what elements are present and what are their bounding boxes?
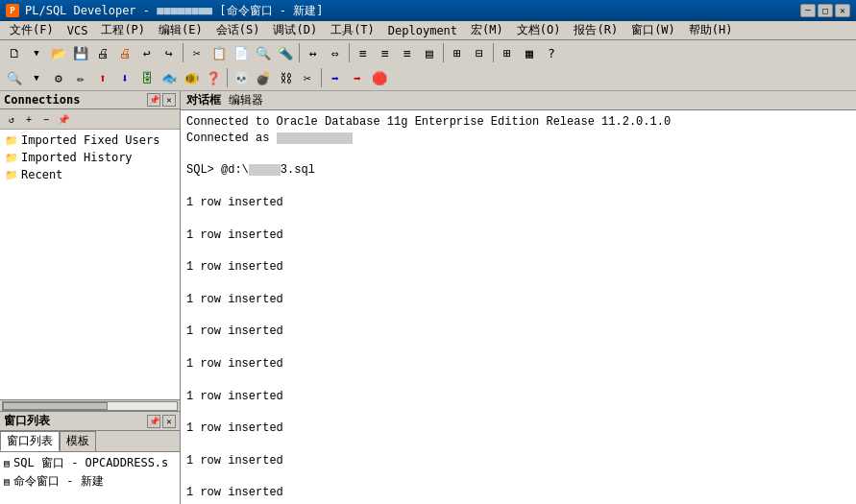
editor-line-10 — [186, 276, 850, 292]
tb-move[interactable]: ↔ — [303, 42, 324, 63]
scrollbar-thumb[interactable] — [3, 402, 108, 410]
tb-print2[interactable]: 🖨 — [114, 42, 135, 63]
horizontal-scrollbar[interactable] — [0, 399, 180, 411]
window-item-sql[interactable]: ▤ SQL 窗口 - OPCADDRESS.s — [2, 454, 178, 472]
close-button[interactable]: ✕ — [835, 4, 850, 17]
tb-grid[interactable]: ⊞ — [497, 42, 518, 63]
tb-dropdown2[interactable]: ▼ — [26, 67, 47, 88]
tb-open[interactable]: 📂 — [48, 42, 69, 63]
menu-session[interactable]: 会话(S) — [210, 21, 266, 39]
conn-minus-btn[interactable]: − — [38, 111, 54, 127]
editor-line-7: 1 row inserted — [186, 228, 850, 244]
editor-tab-editor[interactable]: 编辑器 — [229, 92, 263, 108]
sql-window-icon: ▤ — [4, 458, 10, 468]
connections-pin-btn[interactable]: 📌 — [147, 93, 160, 107]
editor-line-13: 1 row inserted — [186, 324, 850, 340]
connections-close-btn[interactable]: ✕ — [162, 93, 176, 107]
menu-window[interactable]: 窗口(W) — [625, 21, 681, 39]
conn-refresh-btn[interactable]: ↺ — [4, 111, 19, 127]
tb-paste[interactable]: 📄 — [231, 42, 252, 63]
tb-scissors[interactable]: ✂ — [297, 67, 318, 88]
tb-redo[interactable]: ↪ — [159, 42, 180, 63]
tb-dropdown1[interactable]: ▼ — [26, 42, 47, 63]
maximize-button[interactable]: □ — [818, 4, 833, 17]
tree-item-recent[interactable]: 📁 Recent — [2, 166, 178, 183]
tb-align2[interactable]: ▤ — [419, 42, 440, 63]
tb-pencil[interactable]: ✏ — [70, 67, 91, 88]
tb-move2[interactable]: ⇔ — [325, 42, 346, 63]
connections-section: Connections 📌 ✕ ↺ + − 📌 📁 Imported Fixed… — [0, 91, 180, 411]
connections-toolbar: ↺ + − 📌 — [0, 109, 180, 130]
sql-window-label: SQL 窗口 - OPCADDRESS.s — [13, 455, 168, 471]
window-list-close-btn[interactable]: ✕ — [162, 415, 176, 428]
tb-save[interactable]: 💾 — [70, 42, 91, 63]
tb-compare2[interactable]: ⊟ — [469, 42, 490, 63]
tb-search2[interactable]: 🔦 — [275, 42, 296, 63]
tb-arrow-right-red[interactable]: ➡ — [347, 67, 368, 88]
window-controls: ─ □ ✕ — [800, 4, 850, 17]
menu-file[interactable]: 文件(F) — [4, 21, 60, 39]
menu-doc[interactable]: 文档(O) — [511, 21, 567, 39]
editor-line-3: SQL> @d:\■■■■■3.sql — [186, 162, 850, 179]
app-icon: P — [6, 4, 19, 17]
conn-pin-btn[interactable]: 📌 — [56, 111, 71, 127]
folder-icon-1: 📁 — [4, 132, 19, 148]
tb-search-icon[interactable]: 🔍 — [4, 67, 25, 88]
editor-line-14 — [186, 340, 850, 356]
tb-stop[interactable]: 🛑 — [369, 67, 390, 88]
menu-tools[interactable]: 工具(T) — [325, 21, 380, 39]
tab-window-list[interactable]: 窗口列表 — [0, 431, 60, 451]
editor-line-2 — [186, 147, 850, 163]
editor-header: 对话框 编辑器 — [181, 91, 856, 110]
sep1 — [183, 43, 183, 62]
tree-item-imported-fixed[interactable]: 📁 Imported Fixed Users — [2, 132, 178, 149]
window-list-panel: 窗口列表 📌 ✕ 窗口列表 模板 ▤ SQL 窗口 - OPCADDRESS.s… — [0, 411, 180, 504]
minimize-button[interactable]: ─ — [800, 4, 816, 17]
menu-debug[interactable]: 调试(D) — [267, 21, 323, 39]
tb-outdent[interactable]: ≡ — [375, 42, 396, 63]
tb-fish[interactable]: 🐟 — [159, 67, 180, 88]
tree-item-imported-history[interactable]: 📁 Imported History — [2, 149, 178, 166]
tab-template[interactable]: 模板 — [60, 431, 96, 451]
tb-skull[interactable]: 💀 — [231, 67, 252, 88]
tb-edit3[interactable]: ▦ — [519, 42, 540, 63]
tb-bomb[interactable]: 💣 — [253, 67, 274, 88]
menu-help[interactable]: 帮助(H) — [683, 21, 739, 39]
connections-tree: 📁 Imported Fixed Users 📁 Imported Histor… — [0, 130, 180, 399]
menu-project[interactable]: 工程(P) — [95, 21, 151, 39]
conn-add-btn[interactable]: + — [21, 111, 37, 127]
window-item-cmd[interactable]: ▤ 命令窗口 - 新建 — [2, 472, 178, 491]
menu-deployment[interactable]: Deployment — [382, 23, 463, 38]
tb-download[interactable]: ⬇ — [114, 67, 135, 88]
tb-compare[interactable]: ⊞ — [447, 42, 468, 63]
editor-tab-dialog[interactable]: 对话框 — [186, 92, 221, 108]
tb-chain[interactable]: ⛓ — [275, 67, 296, 88]
tb-undo[interactable]: ↩ — [136, 42, 158, 63]
window-list-pin-btn[interactable]: 📌 — [147, 415, 160, 428]
tb-search[interactable]: 🔍 — [253, 42, 274, 63]
tb-indent[interactable]: ≡ — [353, 42, 374, 63]
tb-db[interactable]: 🗄 — [136, 67, 158, 88]
scrollbar-track[interactable] — [2, 401, 178, 411]
tb-fish2[interactable]: 🐠 — [181, 67, 202, 88]
tb-cut[interactable]: ✂ — [186, 42, 208, 63]
tb-print[interactable]: 🖨 — [92, 42, 113, 63]
tb-arrow-right[interactable]: ➡ — [325, 67, 346, 88]
tb-settings[interactable]: ⚙ — [48, 67, 69, 88]
tree-label-1: Imported Fixed Users — [21, 133, 160, 147]
tb-align[interactable]: ≡ — [397, 42, 418, 63]
menu-edit[interactable]: 编辑(E) — [153, 21, 208, 39]
tb-upload[interactable]: ⬆ — [92, 67, 113, 88]
sep4 — [443, 43, 444, 62]
folder-icon-2: 📁 — [4, 150, 19, 165]
editor-line-23: 1 row inserted — [186, 485, 850, 501]
menu-macro[interactable]: 宏(M) — [465, 21, 509, 39]
menu-vcs[interactable]: VCS — [61, 23, 94, 38]
tb-help[interactable]: ? — [541, 42, 562, 63]
tb-copy[interactable]: 📋 — [208, 42, 230, 63]
menu-report[interactable]: 报告(R) — [568, 21, 624, 39]
main-area: Connections 📌 ✕ ↺ + − 📌 📁 Imported Fixed… — [0, 91, 856, 504]
tb-new[interactable]: 🗋 — [4, 42, 25, 63]
tb-question[interactable]: ❓ — [203, 67, 224, 88]
app-name: PL/SQL Developer - — [25, 4, 157, 17]
